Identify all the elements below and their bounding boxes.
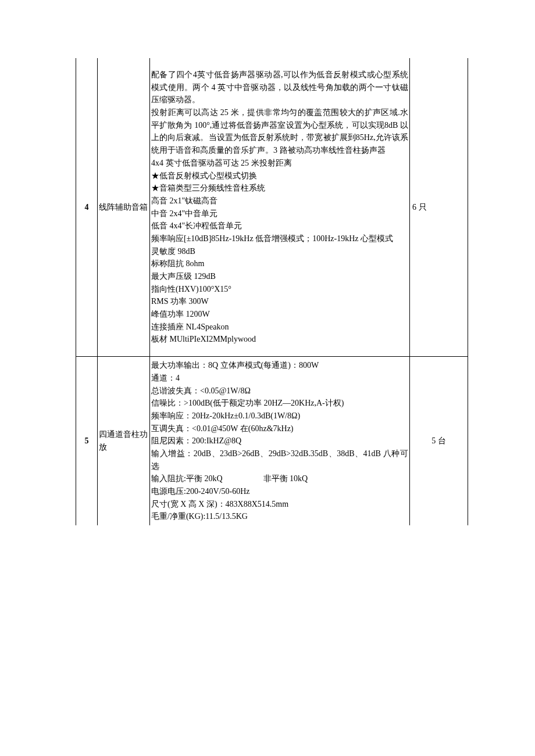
item-name: 线阵辅助音箱: [98, 58, 150, 357]
table-row: 4 线阵辅助音箱 配备了四个4英寸低音扬声器驱动器,可以作为低音反射模式或心型系…: [76, 58, 468, 357]
item-description: 最大功率输出：8Q 立体声模式(每通道)：800W通道：4总谐波失真：<0.05…: [150, 357, 410, 525]
table-row: 5 四通道音柱功放 最大功率输出：8Q 立体声模式(每通道)：800W通道：4总…: [76, 357, 468, 525]
row-number: 5: [76, 357, 98, 525]
item-quantity: 5 台: [410, 357, 468, 525]
row-number: 4: [76, 58, 98, 357]
item-name: 四通道音柱功放: [98, 357, 150, 525]
item-description: 配备了四个4英寸低音扬声器驱动器,可以作为低音反射模式或心型系统模式使用。两个 …: [150, 58, 410, 357]
item-quantity: 6 只: [410, 58, 468, 357]
spec-table: 4 线阵辅助音箱 配备了四个4英寸低音扬声器驱动器,可以作为低音反射模式或心型系…: [76, 58, 468, 525]
